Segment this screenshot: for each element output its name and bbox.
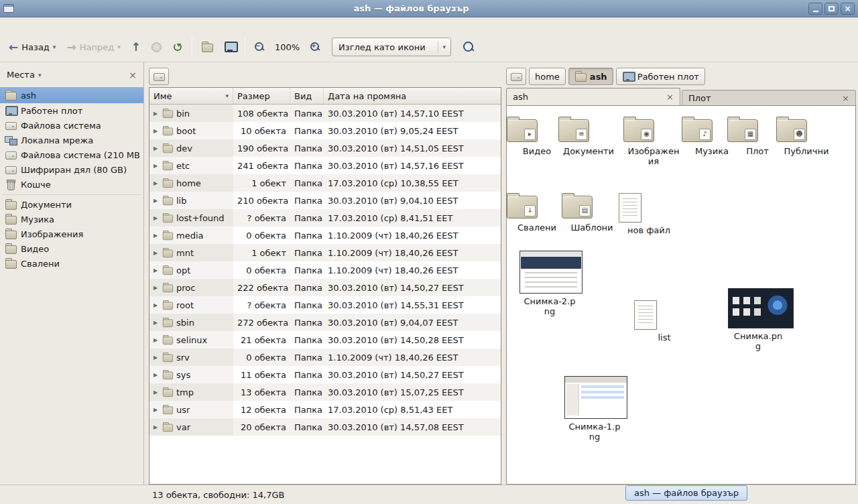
file-icon-item[interactable]: Публични bbox=[776, 114, 837, 157]
menu-item[interactable] bbox=[63, 23, 75, 26]
up-button[interactable]: ↑ bbox=[127, 36, 145, 58]
tab[interactable]: ash × bbox=[506, 88, 680, 105]
expander-icon[interactable]: ▶ bbox=[152, 233, 159, 239]
column-header-name[interactable]: Име ▾ bbox=[149, 88, 233, 104]
file-icon-item[interactable]: Свалени bbox=[507, 190, 567, 233]
sidebar-item[interactable]: Работен плот bbox=[0, 103, 143, 118]
expander-icon[interactable]: ▶ bbox=[152, 302, 159, 308]
expander-icon[interactable]: ▶ bbox=[152, 145, 159, 151]
breadcrumb-button[interactable]: Работен плот bbox=[616, 68, 705, 85]
menu-item[interactable] bbox=[51, 23, 63, 26]
expander-icon[interactable]: ▶ bbox=[152, 198, 159, 204]
column-header-size[interactable]: Размер bbox=[233, 88, 290, 104]
file-row[interactable]: ▶ lost+found ? обекта Папка 17.03.2010 (… bbox=[149, 209, 501, 227]
file-row[interactable]: ▶ tmp 13 обекта Папка 30.03.2010 (вт) 15… bbox=[149, 383, 501, 401]
file-row[interactable]: ▶ dev 190 обекта Папка 30.03.2010 (вт) 1… bbox=[149, 139, 501, 157]
home-button[interactable] bbox=[196, 36, 218, 58]
menu-item[interactable] bbox=[3, 23, 15, 26]
forward-button[interactable]: → Напред ▾ bbox=[62, 36, 125, 58]
file-row[interactable]: ▶ sbin 272 обекта Папка 30.03.2010 (вт) … bbox=[149, 314, 501, 331]
computer-button[interactable] bbox=[219, 36, 241, 58]
column-header-date[interactable]: Дата на промяна bbox=[324, 88, 501, 104]
expander-icon[interactable]: ▶ bbox=[152, 250, 159, 256]
breadcrumb-button[interactable]: home bbox=[529, 68, 566, 85]
file-icon-item[interactable]: нов файл bbox=[619, 190, 679, 236]
reload-button[interactable] bbox=[168, 36, 188, 58]
file-icon-item[interactable]: Снимка-2.png bbox=[519, 251, 580, 317]
expander-icon[interactable]: ▶ bbox=[152, 180, 159, 186]
maximize-button[interactable] bbox=[824, 3, 839, 15]
expander-icon[interactable]: ▶ bbox=[152, 111, 159, 117]
file-row[interactable]: ▶ mnt 1 обект Папка 1.10.2009 (чт) 18,40… bbox=[149, 244, 501, 261]
file-row[interactable]: ▶ boot 10 обекта Папка 30.03.2010 (вт) 9… bbox=[149, 122, 501, 139]
expander-icon[interactable]: ▶ bbox=[152, 407, 159, 413]
sidebar-item[interactable]: Шифриран дял (80 GB) bbox=[0, 162, 143, 177]
file-row[interactable]: ▶ home 1 обект Папка 17.03.2010 (ср) 10,… bbox=[149, 174, 501, 192]
expander-icon[interactable]: ▶ bbox=[152, 267, 159, 273]
close-button[interactable]: × bbox=[841, 3, 855, 15]
sidebar-item[interactable]: ash bbox=[0, 87, 143, 103]
sidebar-item[interactable]: Музика bbox=[0, 212, 143, 227]
menu-item[interactable] bbox=[27, 23, 39, 26]
expander-icon[interactable]: ▶ bbox=[152, 285, 159, 291]
expander-icon[interactable]: ▶ bbox=[152, 163, 159, 169]
column-header-type[interactable]: Вид bbox=[290, 88, 324, 104]
expander-icon[interactable]: ▶ bbox=[152, 372, 159, 378]
titlebar[interactable]: ash — файлов браузър × bbox=[0, 0, 858, 17]
expander-icon[interactable]: ▶ bbox=[152, 128, 159, 134]
tab-close-button[interactable]: × bbox=[666, 92, 674, 102]
file-row[interactable]: ▶ bin 108 обекта Папка 30.03.2010 (вт) 1… bbox=[149, 105, 501, 122]
zoom-in-button[interactable]: + bbox=[305, 36, 325, 58]
sidebar-item[interactable]: Файлова система bbox=[0, 118, 143, 133]
file-row[interactable]: ▶ etc 241 обекта Папка 30.03.2010 (вт) 1… bbox=[149, 157, 501, 174]
sidebar-close-button[interactable]: × bbox=[129, 70, 137, 80]
file-row[interactable]: ▶ root ? обекта Папка 30.03.2010 (вт) 14… bbox=[149, 296, 501, 314]
sidebar-item[interactable]: Файлова система (210 MB) bbox=[0, 147, 143, 162]
file-row[interactable]: ▶ srv 0 обекта Папка 1.10.2009 (чт) 18,4… bbox=[149, 349, 501, 366]
tab[interactable]: Плот × bbox=[682, 90, 856, 105]
file-row[interactable]: ▶ opt 0 обекта Папка 1.10.2009 (чт) 18,4… bbox=[149, 261, 501, 279]
menu-item[interactable] bbox=[39, 23, 51, 26]
icon-view-canvas[interactable]: Видео Документи Изображения Музика Плот bbox=[506, 105, 856, 485]
file-type: Папка bbox=[290, 161, 324, 171]
taskbar-window-button[interactable]: ash — файлов браузър bbox=[625, 485, 747, 501]
pathbar-root-button[interactable] bbox=[149, 68, 169, 85]
expander-icon[interactable]: ▶ bbox=[152, 389, 159, 395]
pathbar-root-button[interactable] bbox=[506, 68, 526, 85]
expander-icon[interactable]: ▶ bbox=[152, 355, 159, 361]
file-icon-item[interactable]: Изображения bbox=[623, 114, 684, 167]
file-icon-item[interactable]: Снимка-1.png bbox=[564, 376, 625, 442]
sidebar-item[interactable]: Видео bbox=[0, 241, 143, 256]
file-icon-item[interactable]: Шаблони bbox=[562, 190, 622, 233]
file-icon-item[interactable]: Снимка.png bbox=[728, 288, 788, 352]
expander-icon[interactable]: ▶ bbox=[152, 424, 159, 430]
sidebar-title-dropdown-icon[interactable]: ▾ bbox=[38, 72, 42, 78]
menu-item[interactable] bbox=[15, 23, 27, 26]
file-row[interactable]: ▶ proc 222 обекта Папка 30.03.2010 (вт) … bbox=[149, 279, 501, 296]
file-icon-item[interactable]: Документи bbox=[558, 114, 619, 157]
tab-close-button[interactable]: × bbox=[842, 93, 849, 103]
file-row[interactable]: ▶ sys 11 обекта Папка 30.03.2010 (вт) 14… bbox=[149, 366, 501, 383]
sidebar-item[interactable]: Изображения bbox=[0, 227, 143, 241]
file-row[interactable]: ▶ media 0 обекта Папка 1.10.2009 (чт) 18… bbox=[149, 227, 501, 244]
minimize-button[interactable] bbox=[808, 3, 822, 15]
expander-icon[interactable]: ▶ bbox=[152, 337, 159, 343]
breadcrumb-button[interactable]: ash bbox=[568, 68, 613, 85]
file-row[interactable]: ▶ lib 210 обекта Папка 30.03.2010 (вт) 9… bbox=[149, 192, 501, 209]
file-row[interactable]: ▶ selinux 21 обекта Папка 30.03.2010 (вт… bbox=[149, 331, 501, 349]
search-button[interactable] bbox=[458, 36, 479, 58]
file-icon-item[interactable]: list bbox=[634, 298, 694, 343]
sidebar-item[interactable]: Документи bbox=[0, 197, 143, 212]
sidebar-title[interactable]: Места bbox=[7, 70, 35, 80]
expander-icon[interactable]: ▶ bbox=[152, 215, 159, 221]
view-mode-select[interactable]: Изглед като икони ▾ bbox=[332, 38, 451, 56]
sidebar-item[interactable]: Локална мрежа bbox=[0, 133, 143, 147]
zoom-out-button[interactable]: − bbox=[249, 36, 269, 58]
sidebar-item[interactable]: Свалени bbox=[0, 256, 143, 271]
file-row[interactable]: ▶ var 20 обекта Папка 30.03.2010 (вт) 14… bbox=[149, 418, 501, 436]
file-row[interactable]: ▶ usr 12 обекта Папка 17.03.2010 (ср) 8,… bbox=[149, 401, 501, 418]
expander-icon[interactable]: ▶ bbox=[152, 320, 159, 326]
stop-button[interactable] bbox=[147, 36, 166, 58]
back-button[interactable]: ← Назад ▾ bbox=[4, 36, 60, 58]
sidebar-item[interactable]: Кошче bbox=[0, 177, 143, 192]
